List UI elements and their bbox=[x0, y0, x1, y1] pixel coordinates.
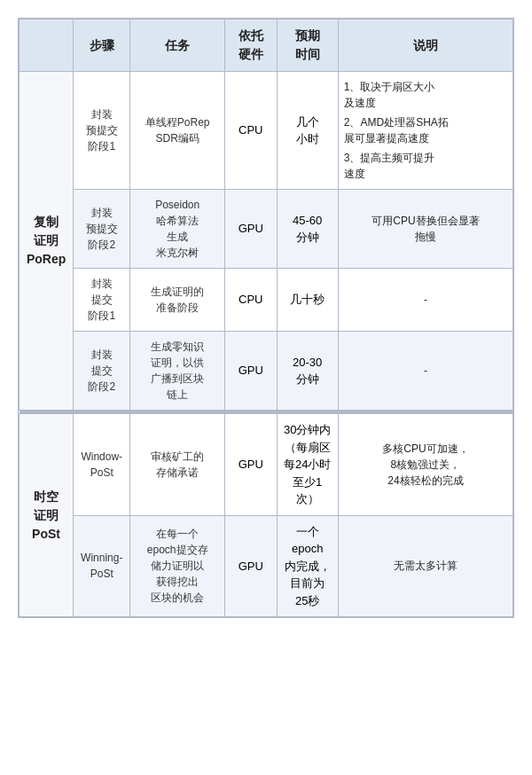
time-cell: 几个 小时 bbox=[277, 72, 338, 190]
task-cell: Poseidon 哈希算法 生成 米克尔树 bbox=[130, 190, 225, 269]
table-row: Winning- PoSt在每一个 epoch提交存 储力证明以 获得挖出 区块… bbox=[20, 515, 513, 617]
desc-cell: 可用CPU替换但会显著 拖慢 bbox=[338, 190, 512, 269]
step-cell: Window- PoSt bbox=[74, 414, 130, 516]
header-time: 预期 时间 bbox=[277, 20, 338, 72]
desc-cell: - bbox=[338, 269, 512, 332]
table-row: 封装 提交 阶段2生成零知识 证明，以供 广播到区块 链上GPU20-30 分钟… bbox=[20, 332, 513, 411]
header-row: 步骤 任务 依托 硬件 预期 时间 说明 bbox=[20, 20, 513, 72]
group-cell: 复制 证明 PoRep bbox=[20, 72, 74, 411]
time-cell: 30分钟内 （每扇区 每24小时 至少1次） bbox=[277, 414, 338, 516]
desc-item: 2、AMD处理器SHA拓 展可显著提高速度 bbox=[344, 114, 507, 146]
table-row: 复制 证明 PoRep封装 预提交 阶段1单线程PoRep SDR编码CPU几个… bbox=[20, 72, 513, 190]
hw-cell: CPU bbox=[224, 269, 277, 332]
time-cell: 几十秒 bbox=[277, 269, 338, 332]
header-group bbox=[20, 20, 74, 72]
desc-cell: 多核CPU可加速， 8核勉强过关， 24核轻松的完成 bbox=[338, 414, 512, 516]
task-cell: 单线程PoRep SDR编码 bbox=[130, 72, 225, 190]
header-desc: 说明 bbox=[338, 20, 512, 72]
main-table: 步骤 任务 依托 硬件 预期 时间 说明 复制 证明 PoRep封装 预提交 阶… bbox=[18, 18, 514, 618]
step-cell: 封装 提交 阶段1 bbox=[74, 269, 130, 332]
task-cell: 生成证明的 准备阶段 bbox=[130, 269, 225, 332]
header-task: 任务 bbox=[130, 20, 225, 72]
table-row: 时空 证明 PoStWindow- PoSt审核矿工的 存储承诺GPU30分钟内… bbox=[20, 414, 513, 516]
header-step: 步骤 bbox=[74, 20, 130, 72]
table-row: 封装 预提交 阶段2Poseidon 哈希算法 生成 米克尔树GPU45-60 … bbox=[20, 190, 513, 269]
desc-item: 1、取决于扇区大小 及速度 bbox=[344, 79, 507, 111]
task-cell: 审核矿工的 存储承诺 bbox=[130, 414, 225, 516]
step-cell: 封装 提交 阶段2 bbox=[74, 332, 130, 411]
desc-item: 3、提高主频可提升 速度 bbox=[344, 150, 507, 182]
hw-cell: CPU bbox=[224, 72, 277, 190]
header-hw: 依托 硬件 bbox=[224, 20, 277, 72]
table-row: 封装 提交 阶段1生成证明的 准备阶段CPU几十秒- bbox=[20, 269, 513, 332]
step-cell: 封装 预提交 阶段1 bbox=[74, 72, 130, 190]
desc-cell: - bbox=[338, 332, 512, 411]
hw-cell: GPU bbox=[224, 414, 277, 516]
time-cell: 20-30 分钟 bbox=[277, 332, 338, 411]
group-cell: 时空 证明 PoSt bbox=[20, 414, 74, 617]
time-cell: 一个epoch 内完成， 目前为 25秒 bbox=[277, 515, 338, 617]
task-cell: 在每一个 epoch提交存 储力证明以 获得挖出 区块的机会 bbox=[130, 515, 225, 617]
hw-cell: GPU bbox=[224, 515, 277, 617]
step-cell: Winning- PoSt bbox=[74, 515, 130, 617]
task-cell: 生成零知识 证明，以供 广播到区块 链上 bbox=[130, 332, 225, 411]
hw-cell: GPU bbox=[224, 190, 277, 269]
time-cell: 45-60 分钟 bbox=[277, 190, 338, 269]
desc-cell: 1、取决于扇区大小 及速度2、AMD处理器SHA拓 展可显著提高速度3、提高主频… bbox=[338, 72, 512, 190]
step-cell: 封装 预提交 阶段2 bbox=[74, 190, 130, 269]
hw-cell: GPU bbox=[224, 332, 277, 411]
desc-cell: 无需太多计算 bbox=[338, 515, 512, 617]
